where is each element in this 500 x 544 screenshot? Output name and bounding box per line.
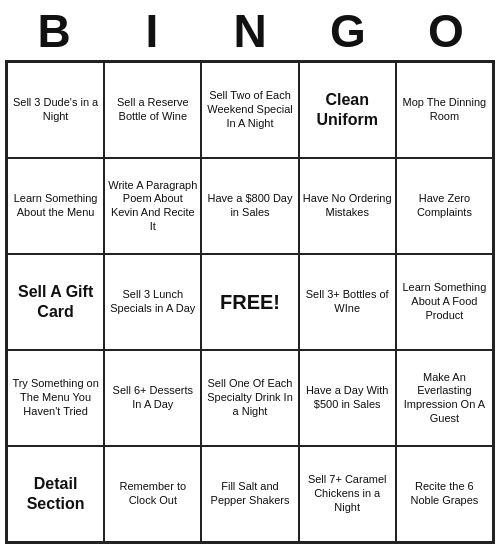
bingo-cell-1[interactable]: Sell a Reserve Bottle of Wine (104, 62, 201, 158)
bingo-cell-17[interactable]: Sell One Of Each Specialty Drink In a Ni… (201, 350, 298, 446)
bingo-cell-11[interactable]: Sell 3 Lunch Specials in A Day (104, 254, 201, 350)
letter-g: G (303, 4, 393, 58)
bingo-cell-24[interactable]: Recite the 6 Noble Grapes (396, 446, 493, 542)
letter-o: O (401, 4, 491, 58)
bingo-cell-5[interactable]: Learn Something About the Menu (7, 158, 104, 254)
bingo-cell-16[interactable]: Sell 6+ Desserts In A Day (104, 350, 201, 446)
bingo-cell-22[interactable]: Fill Salt and Pepper Shakers (201, 446, 298, 542)
bingo-cell-3[interactable]: Clean Uniform (299, 62, 396, 158)
bingo-cell-18[interactable]: Have a Day With $500 in Sales (299, 350, 396, 446)
bingo-cell-15[interactable]: Try Something on The Menu You Haven't Tr… (7, 350, 104, 446)
bingo-cell-19[interactable]: Make An Everlasting Impression On A Gues… (396, 350, 493, 446)
bingo-cell-2[interactable]: Sell Two of Each Weekend Special In A Ni… (201, 62, 298, 158)
letter-n: N (205, 4, 295, 58)
letter-b: B (9, 4, 99, 58)
bingo-cell-10[interactable]: Sell A Gift Card (7, 254, 104, 350)
bingo-grid: Sell 3 Dude's in a NightSell a Reserve B… (5, 60, 495, 544)
bingo-cell-13[interactable]: Sell 3+ Bottles of WIne (299, 254, 396, 350)
bingo-cell-9[interactable]: Have Zero Complaints (396, 158, 493, 254)
bingo-cell-21[interactable]: Remember to Clock Out (104, 446, 201, 542)
letter-i: I (107, 4, 197, 58)
bingo-cell-12[interactable]: FREE! (201, 254, 298, 350)
bingo-cell-7[interactable]: Have a $800 Day in Sales (201, 158, 298, 254)
bingo-cell-4[interactable]: Mop The Dinning Room (396, 62, 493, 158)
bingo-title: B I N G O (5, 0, 495, 60)
bingo-cell-8[interactable]: Have No Ordering Mistakes (299, 158, 396, 254)
bingo-cell-20[interactable]: Detail Section (7, 446, 104, 542)
bingo-cell-6[interactable]: Write A Paragraph Poem About Kevin And R… (104, 158, 201, 254)
bingo-cell-14[interactable]: Learn Something About A Food Product (396, 254, 493, 350)
bingo-cell-23[interactable]: Sell 7+ Caramel Chickens in a Night (299, 446, 396, 542)
bingo-cell-0[interactable]: Sell 3 Dude's in a Night (7, 62, 104, 158)
